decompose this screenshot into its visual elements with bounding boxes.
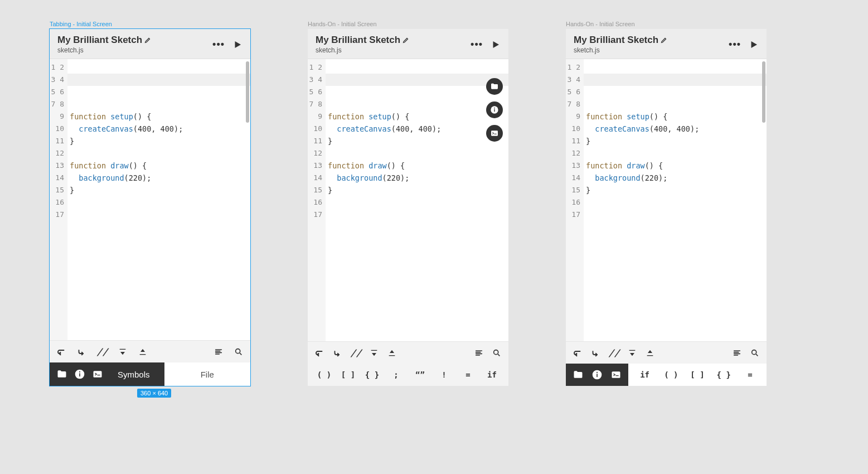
folder-icon[interactable] [56, 369, 67, 380]
tab-file[interactable]: File [164, 362, 250, 386]
svg-rect-4 [94, 371, 102, 378]
edit-icon[interactable] [661, 37, 667, 43]
sym-if[interactable]: if [632, 370, 658, 379]
search-icon[interactable] [492, 349, 502, 357]
info-icon[interactable] [591, 369, 603, 380]
folder-icon[interactable] [486, 78, 503, 95]
svg-rect-2 [79, 373, 80, 376]
sym-equals[interactable]: = [737, 370, 763, 379]
svg-rect-12 [597, 374, 598, 377]
sym-brace[interactable]: { } [360, 370, 384, 379]
bottom-bar: if ( ) [ ] { } = [566, 364, 767, 386]
sym-brace[interactable]: { } [711, 370, 737, 379]
code-area[interactable]: function setup() { createCanvas(400, 400… [326, 59, 508, 341]
comment-icon[interactable]: // [608, 347, 619, 359]
tab-symbols[interactable]: Symbols [110, 370, 158, 379]
sketch-title: My Brilliant Sketch [574, 35, 658, 46]
header: My Brilliant Sketch sketch.js ••• [308, 29, 508, 59]
collapse-up-icon[interactable] [387, 349, 397, 357]
bottom-tabs: Symbols File [50, 362, 250, 386]
editor-toolbar: // [566, 341, 767, 364]
edit-icon[interactable] [403, 37, 409, 43]
header: My Brilliant Sketch sketch.js ••• [566, 29, 767, 59]
code-editor[interactable]: 1 2 3 4 5 6 7 8 9 10 11 12 13 14 15 16 1… [308, 59, 508, 341]
wrap-icon[interactable] [56, 347, 66, 357]
highlighted-line [67, 74, 250, 86]
search-icon[interactable] [234, 347, 244, 356]
sym-paren[interactable]: ( ) [312, 370, 336, 379]
highlighted-line [584, 74, 767, 86]
collapse-down-icon[interactable] [118, 347, 128, 356]
line-gutter: 1 2 3 4 5 6 7 8 9 10 11 12 13 14 15 16 1… [308, 59, 326, 341]
info-icon[interactable] [74, 369, 85, 380]
svg-rect-14 [612, 371, 620, 378]
indent-icon[interactable] [590, 348, 600, 358]
folder-icon[interactable] [573, 369, 584, 380]
sym-semi[interactable]: ; [384, 370, 408, 379]
format-icon[interactable] [732, 349, 742, 357]
play-icon[interactable] [749, 40, 759, 50]
svg-point-9 [494, 350, 498, 354]
filename: sketch.js [574, 46, 729, 54]
wrap-icon[interactable] [314, 348, 324, 358]
code-area[interactable]: function setup() { createCanvas(400, 400… [584, 59, 767, 341]
filename: sketch.js [316, 46, 471, 54]
indent-icon[interactable] [332, 348, 342, 358]
editor-toolbar: // [308, 341, 508, 364]
indent-icon[interactable] [76, 347, 86, 357]
collapse-up-icon[interactable] [645, 349, 655, 357]
header: My Brilliant Sketch sketch.js ••• [50, 29, 250, 59]
code-editor[interactable]: 1 2 3 4 5 6 7 8 9 10 11 12 13 14 15 16 1… [566, 59, 767, 341]
sketch-title: My Brilliant Sketch [316, 35, 400, 46]
sym-paren[interactable]: ( ) [658, 370, 684, 379]
play-icon[interactable] [232, 40, 243, 50]
code-editor[interactable]: 1 2 3 4 5 6 7 8 9 10 11 12 13 14 15 16 1… [50, 59, 250, 340]
more-icon[interactable]: ••• [729, 38, 741, 50]
more-icon[interactable]: ••• [212, 38, 225, 50]
svg-point-10 [752, 350, 757, 354]
collapse-down-icon[interactable] [369, 349, 379, 357]
svg-point-3 [79, 371, 80, 373]
artboard-handson-dark[interactable]: Hands-On - Initial Screen My Brilliant S… [566, 29, 767, 386]
wrap-icon[interactable] [573, 348, 583, 358]
console-icon[interactable] [610, 369, 622, 380]
comment-icon[interactable]: // [96, 346, 108, 357]
editor-toolbar: // [50, 340, 250, 362]
artboard-handson-fab[interactable]: Hands-On - Initial Screen My Brilliant S… [308, 29, 508, 386]
dark-action-chunk [566, 364, 628, 386]
active-tab-dark: Symbols [50, 362, 164, 386]
symbols-row: ( ) [ ] { } ; “” ! = if [308, 364, 508, 386]
format-icon[interactable] [474, 349, 484, 357]
sym-bracket[interactable]: [ ] [684, 370, 710, 379]
artboard-label: Hands-On - Initial Screen [566, 21, 635, 27]
comment-icon[interactable]: // [350, 347, 361, 359]
sketch-title: My Brilliant Sketch [57, 35, 142, 46]
svg-point-0 [236, 349, 240, 353]
highlighted-line [326, 74, 508, 86]
sym-equals[interactable]: = [456, 370, 480, 379]
symbols-row: if ( ) [ ] { } = [628, 364, 767, 386]
sym-quotes[interactable]: “” [408, 370, 432, 379]
collapse-up-icon[interactable] [138, 347, 148, 356]
filename: sketch.js [57, 46, 212, 54]
sym-bracket[interactable]: [ ] [336, 370, 360, 379]
artboard-label: Hands-On - Initial Screen [308, 21, 377, 27]
search-icon[interactable] [750, 349, 760, 357]
sym-bang[interactable]: ! [432, 370, 456, 379]
svg-point-13 [597, 372, 598, 373]
more-icon[interactable]: ••• [471, 38, 483, 50]
artboard-tabbing[interactable]: Tabbing - Initial Screen My Brilliant Sk… [50, 29, 250, 386]
dimension-badge: 360 × 640 [137, 389, 171, 398]
console-icon[interactable] [92, 369, 103, 380]
collapse-down-icon[interactable] [627, 349, 637, 357]
line-gutter: 1 2 3 4 5 6 7 8 9 10 11 12 13 14 15 16 1… [566, 59, 584, 341]
line-gutter: 1 2 3 4 5 6 7 8 9 10 11 12 13 14 15 16 1… [50, 59, 67, 340]
sym-if[interactable]: if [480, 370, 504, 379]
format-icon[interactable] [214, 347, 224, 356]
code-area[interactable]: function setup() { createCanvas(400, 400… [67, 59, 250, 340]
artboard-label: Tabbing - Initial Screen [50, 21, 112, 27]
play-icon[interactable] [491, 40, 501, 50]
edit-icon[interactable] [144, 37, 151, 43]
